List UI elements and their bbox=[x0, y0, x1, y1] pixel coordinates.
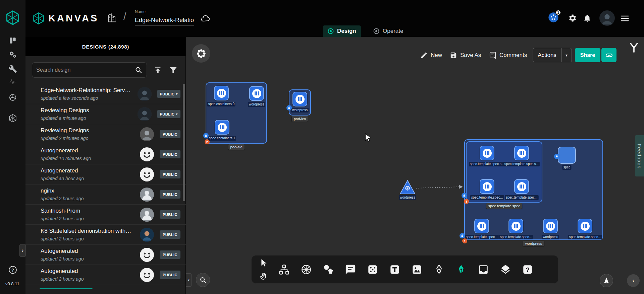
kanvas-rail-logo-icon[interactable] bbox=[5, 10, 20, 25]
comment-tool-icon[interactable] bbox=[345, 264, 356, 275]
design-updated: updated 2 hours ago bbox=[41, 236, 140, 241]
question-icon[interactable]: ? bbox=[522, 264, 533, 275]
save-as-button[interactable]: Save As bbox=[450, 48, 481, 62]
workspace-icon[interactable] bbox=[107, 13, 117, 23]
pen-icon[interactable] bbox=[433, 264, 445, 275]
breadcrumb-separator: / bbox=[123, 11, 126, 22]
visibility-badge[interactable]: PUBLIC▾ bbox=[157, 90, 180, 98]
tab-operate[interactable]: Operate bbox=[368, 25, 408, 37]
rail-meshery-icon[interactable] bbox=[8, 114, 17, 123]
pod-icon bbox=[483, 149, 492, 158]
design-list-item[interactable]: nginx updated 2 hours ago PUBLIC bbox=[25, 185, 186, 205]
design-name-input[interactable] bbox=[135, 15, 194, 25]
pod-icon bbox=[512, 222, 521, 231]
cloud-sync-icon[interactable] bbox=[201, 13, 211, 23]
plain-node[interactable] bbox=[558, 147, 576, 164]
pod-node[interactable] bbox=[214, 86, 229, 100]
pod-node[interactable] bbox=[514, 179, 529, 194]
copy-link-button[interactable] bbox=[601, 48, 616, 62]
rail-gears-icon[interactable] bbox=[8, 50, 17, 59]
design-list-item[interactable]: Autogenerated updated an hour ago PUBLIC bbox=[25, 164, 186, 185]
hand-icon[interactable] bbox=[260, 272, 268, 281]
right-dock-chevron[interactable]: ‹ bbox=[627, 274, 640, 287]
pod-node[interactable] bbox=[292, 92, 307, 106]
pod-node[interactable] bbox=[578, 219, 592, 233]
cursor-icon[interactable] bbox=[260, 259, 268, 267]
comments-button[interactable]: Comments bbox=[489, 48, 527, 62]
caret-down-icon: ▾ bbox=[176, 112, 178, 116]
design-title: Autogenerated bbox=[41, 248, 132, 254]
topology-icon[interactable] bbox=[278, 264, 290, 275]
visibility-badge[interactable]: PUBLIC bbox=[160, 271, 180, 279]
design-title: Autogenerated bbox=[41, 147, 132, 154]
bottom-toolbar: ? bbox=[251, 255, 558, 284]
panel-collapse-chevron[interactable]: ‹ bbox=[186, 273, 192, 287]
list-scrollbar[interactable] bbox=[183, 84, 185, 201]
design-list-item[interactable]: Autogenerated updated 2 hours ago PUBLIC bbox=[25, 265, 186, 285]
pod-node[interactable] bbox=[508, 219, 523, 233]
design-title: K8 Statefulset demonstration with mo bbox=[41, 228, 132, 234]
layers-icon[interactable] bbox=[500, 264, 511, 275]
rail-pulse-icon[interactable] bbox=[8, 77, 17, 86]
drawer-icon[interactable] bbox=[478, 264, 489, 275]
share-button[interactable]: Share bbox=[575, 48, 600, 62]
panel-expand-chevron[interactable]: › bbox=[19, 244, 26, 257]
user-avatar[interactable] bbox=[599, 10, 615, 26]
pod-node[interactable] bbox=[514, 146, 529, 160]
design-list-item[interactable]: Edge-Network-Relationship: Service updat… bbox=[25, 84, 186, 104]
visibility-badge[interactable]: PUBLIC bbox=[160, 210, 180, 219]
recenter-button[interactable] bbox=[600, 274, 613, 287]
svg-text:?: ? bbox=[526, 266, 529, 273]
pod-icon bbox=[517, 149, 526, 158]
rail-dashboard-icon[interactable] bbox=[8, 36, 17, 45]
visibility-badge[interactable]: PUBLIC▾ bbox=[157, 110, 180, 118]
image-icon[interactable] bbox=[411, 264, 423, 275]
pod-node[interactable] bbox=[215, 120, 229, 135]
design-list-item[interactable]: K8 Statefulset demonstration with mo upd… bbox=[25, 225, 186, 245]
tab-design[interactable]: Design bbox=[323, 25, 361, 37]
k8s-wheel-icon[interactable] bbox=[301, 264, 312, 275]
design-list-item[interactable]: Reviewing Designs updated a minute ago P… bbox=[25, 104, 186, 124]
new-button[interactable]: New bbox=[420, 48, 442, 62]
visibility-badge[interactable]: PUBLIC bbox=[160, 230, 180, 239]
loader-flower-icon bbox=[196, 48, 207, 59]
pencil-icon bbox=[420, 52, 428, 59]
shapes-icon[interactable] bbox=[323, 264, 334, 275]
notifications-bell-icon[interactable] bbox=[583, 14, 592, 22]
visibility-badge[interactable]: PUBLIC bbox=[160, 130, 180, 138]
pen-filled-icon[interactable] bbox=[455, 264, 467, 275]
pod-node[interactable] bbox=[480, 146, 494, 160]
design-list-item[interactable]: Reviewing Designs updated 2 minutes ago … bbox=[25, 124, 186, 144]
pod-node[interactable] bbox=[480, 179, 494, 194]
dice-icon[interactable] bbox=[367, 264, 378, 275]
rail-toolbox-icon[interactable] bbox=[8, 65, 17, 73]
rail-mesh-icon[interactable] bbox=[8, 93, 17, 102]
zoom-button[interactable] bbox=[196, 273, 210, 287]
search-input[interactable] bbox=[36, 67, 132, 73]
group-spec-template-spec[interactable] bbox=[466, 141, 542, 203]
feedback-tab[interactable]: Feedback bbox=[635, 135, 644, 176]
settings-gear-icon[interactable] bbox=[568, 14, 577, 22]
layout-y-icon[interactable] bbox=[628, 42, 640, 54]
import-design-icon[interactable] bbox=[153, 65, 162, 74]
hamburger-menu-icon[interactable] bbox=[620, 14, 630, 23]
help-icon[interactable]: ? bbox=[8, 266, 17, 274]
pod-node[interactable] bbox=[543, 219, 558, 233]
design-list-item[interactable]: Autogenerated updated 10 minutes ago PUB… bbox=[25, 144, 186, 164]
pod-node[interactable] bbox=[474, 219, 489, 233]
actions-dropdown-button[interactable]: Actions ▾ bbox=[533, 48, 572, 62]
chevron-down-icon[interactable]: ▾ bbox=[561, 53, 572, 58]
visibility-badge[interactable]: PUBLIC bbox=[160, 170, 180, 178]
pod-node[interactable] bbox=[249, 86, 264, 101]
filter-icon[interactable] bbox=[169, 65, 178, 74]
design-author-avatar bbox=[140, 167, 154, 181]
text-icon[interactable] bbox=[389, 264, 400, 275]
visibility-badge[interactable]: PUBLIC bbox=[160, 150, 180, 158]
triangle-node[interactable] bbox=[399, 180, 416, 196]
visibility-badge[interactable]: PUBLIC bbox=[160, 250, 180, 259]
design-list-item[interactable]: Autogenerated updated 2 hours ago PUBLIC bbox=[25, 245, 186, 265]
visibility-badge[interactable]: PUBLIC bbox=[160, 190, 180, 199]
search-icon[interactable] bbox=[135, 66, 143, 74]
design-author-avatar bbox=[140, 248, 154, 262]
design-list-item[interactable]: Santhosh-Prom updated 2 hours ago PUBLIC bbox=[25, 205, 186, 225]
